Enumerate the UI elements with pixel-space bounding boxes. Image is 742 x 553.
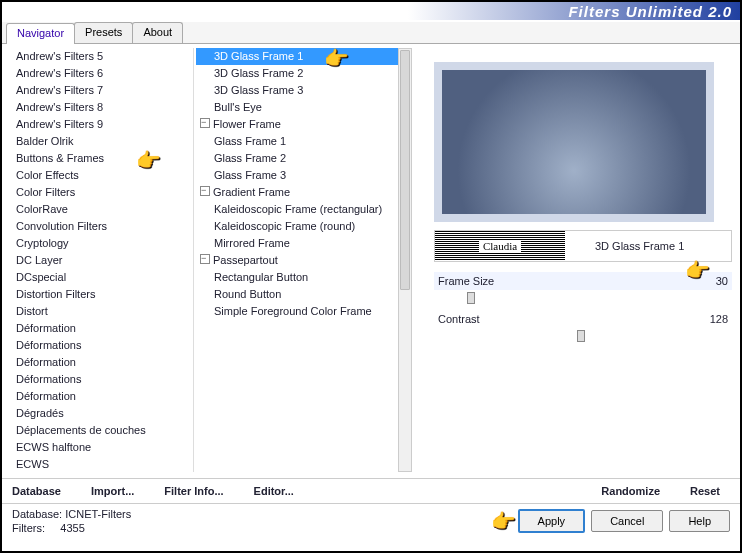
filter-item[interactable]: Mirrored Frame bbox=[196, 235, 412, 252]
editor-button[interactable]: Editor... bbox=[254, 485, 294, 497]
category-item[interactable]: Dégradés bbox=[12, 405, 193, 422]
category-item[interactable]: ECWS halftone bbox=[12, 439, 193, 456]
cancel-button[interactable]: Cancel bbox=[591, 510, 663, 532]
slider-contrast[interactable] bbox=[438, 328, 728, 344]
category-item[interactable]: Déformation bbox=[12, 388, 193, 405]
import-button[interactable]: Import... bbox=[91, 485, 134, 497]
filter-item[interactable]: Round Button bbox=[196, 286, 412, 303]
tab-bar: Navigator Presets About bbox=[2, 22, 740, 44]
tab-presets[interactable]: Presets bbox=[74, 22, 133, 43]
category-item[interactable]: DCspecial bbox=[12, 269, 193, 286]
filter-item[interactable]: 3D Glass Frame 1 bbox=[196, 48, 412, 65]
param-contrast[interactable]: Contrast 128 bbox=[434, 310, 732, 328]
filter-label-box: Claudia 3D Glass Frame 1 bbox=[434, 230, 732, 262]
category-item[interactable]: Déplacements de couches bbox=[12, 422, 193, 439]
param-label: Frame Size bbox=[438, 275, 494, 287]
category-item[interactable]: Distort bbox=[12, 303, 193, 320]
watermark: Claudia bbox=[435, 231, 565, 261]
category-item[interactable]: Déformations bbox=[12, 337, 193, 354]
tab-about[interactable]: About bbox=[132, 22, 183, 43]
category-item[interactable]: Déformation bbox=[12, 354, 193, 371]
category-item[interactable]: DC Layer bbox=[12, 252, 193, 269]
filter-scrollbar[interactable] bbox=[398, 48, 412, 472]
apply-button[interactable]: Apply bbox=[518, 509, 586, 533]
scroll-thumb[interactable] bbox=[400, 50, 410, 290]
param-label: Contrast bbox=[438, 313, 480, 325]
database-button[interactable]: Database bbox=[12, 485, 61, 497]
category-item[interactable]: Distortion Filters bbox=[12, 286, 193, 303]
category-item[interactable]: Déformation bbox=[12, 320, 193, 337]
filter-item[interactable]: Passepartout bbox=[196, 252, 412, 269]
category-item[interactable]: Andrew's Filters 7 bbox=[12, 82, 193, 99]
filter-item[interactable]: Bull's Eye bbox=[196, 99, 412, 116]
filter-item[interactable]: Kaleidoscopic Frame (round) bbox=[196, 218, 412, 235]
toolbar: Database Import... Filter Info... Editor… bbox=[2, 478, 740, 504]
category-item[interactable]: Convolution Filters bbox=[12, 218, 193, 235]
randomize-button[interactable]: Randomize bbox=[601, 485, 660, 497]
pointer-icon: 👉 bbox=[491, 509, 516, 533]
filter-item[interactable]: Glass Frame 3 bbox=[196, 167, 412, 184]
category-item[interactable]: Cryptology bbox=[12, 235, 193, 252]
slider-frame-size[interactable] bbox=[438, 290, 728, 306]
tab-navigator[interactable]: Navigator bbox=[6, 23, 75, 44]
filter-item[interactable]: Glass Frame 1 bbox=[196, 133, 412, 150]
category-item[interactable]: Andrew's Filters 6 bbox=[12, 65, 193, 82]
title-bar: Filters Unlimited 2.0 bbox=[2, 2, 740, 20]
category-item[interactable]: Andrew's Filters 5 bbox=[12, 48, 193, 65]
filter-item[interactable]: Flower Frame bbox=[196, 116, 412, 133]
filter-item[interactable]: Gradient Frame bbox=[196, 184, 412, 201]
param-frame-size[interactable]: Frame Size 30 bbox=[434, 272, 732, 290]
filter-item[interactable]: 3D Glass Frame 3 bbox=[196, 82, 412, 99]
filter-item[interactable]: Simple Foreground Color Frame bbox=[196, 303, 412, 320]
database-info: Database: ICNET-Filters Filters: 4355 bbox=[12, 507, 131, 535]
filter-item[interactable]: Rectangular Button bbox=[196, 269, 412, 286]
status-bar: Database: ICNET-Filters Filters: 4355 👉 … bbox=[2, 504, 740, 538]
reset-button[interactable]: Reset bbox=[690, 485, 720, 497]
category-item[interactable]: ColorRave bbox=[12, 201, 193, 218]
category-item[interactable]: Buttons & Frames bbox=[12, 150, 193, 167]
parameters-panel: Frame Size 30 Contrast 128 👉 bbox=[434, 272, 732, 472]
category-item[interactable]: Andrew's Filters 8 bbox=[12, 99, 193, 116]
category-item[interactable]: Color Filters bbox=[12, 184, 193, 201]
preview-image bbox=[434, 62, 714, 222]
category-column: Andrew's Filters 5Andrew's Filters 6Andr… bbox=[2, 44, 194, 476]
preview-column: Claudia 3D Glass Frame 1 Frame Size 30 C… bbox=[414, 44, 740, 476]
app-title: Filters Unlimited 2.0 bbox=[568, 3, 732, 20]
filter-item[interactable]: Glass Frame 2 bbox=[196, 150, 412, 167]
slider-thumb[interactable] bbox=[467, 292, 475, 304]
category-item[interactable]: ECWS bbox=[12, 456, 193, 472]
category-list[interactable]: Andrew's Filters 5Andrew's Filters 6Andr… bbox=[12, 48, 194, 472]
filter-list[interactable]: 3D Glass Frame 13D Glass Frame 23D Glass… bbox=[196, 48, 412, 472]
filter-info-button[interactable]: Filter Info... bbox=[164, 485, 223, 497]
category-item[interactable]: Color Effects bbox=[12, 167, 193, 184]
category-item[interactable]: Déformations bbox=[12, 371, 193, 388]
param-value: 128 bbox=[710, 313, 728, 325]
param-value: 30 bbox=[716, 275, 728, 287]
filter-item[interactable]: 3D Glass Frame 2 bbox=[196, 65, 412, 82]
category-item[interactable]: Andrew's Filters 9 bbox=[12, 116, 193, 133]
selected-filter-name: 3D Glass Frame 1 bbox=[565, 240, 684, 252]
category-item[interactable]: Balder Olrik bbox=[12, 133, 193, 150]
filter-column: 3D Glass Frame 13D Glass Frame 23D Glass… bbox=[194, 44, 414, 476]
slider-thumb[interactable] bbox=[577, 330, 585, 342]
filter-item[interactable]: Kaleidoscopic Frame (rectangular) bbox=[196, 201, 412, 218]
help-button[interactable]: Help bbox=[669, 510, 730, 532]
